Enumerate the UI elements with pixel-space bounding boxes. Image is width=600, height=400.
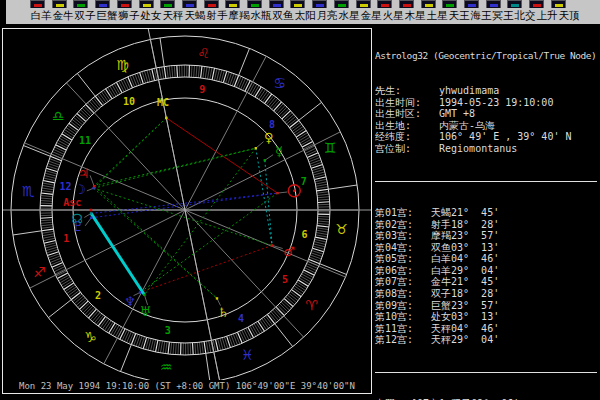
svg-text:♈: ♈: [305, 297, 318, 313]
natal-chart-wheel: 123456789101112♈♉♊♋♌♍♎♏♐♑♒♓☽☿♀♂♃♄♅♆♇☊Asc…: [3, 29, 371, 380]
svg-text:7: 7: [301, 176, 307, 187]
svg-text:11: 11: [79, 135, 91, 146]
toolbar-label-处女[interactable]: 处女: [140, 9, 162, 23]
svg-text:♍: ♍: [116, 57, 129, 73]
house-cusp-row: 第05宫: 白羊04° 46': [375, 253, 598, 265]
svg-text:♐: ♐: [34, 264, 47, 280]
toolbar-icon-双鱼[interactable]: [269, 0, 284, 8]
house-cusp-row: 第10宫: 处女03° 13': [375, 311, 598, 323]
toolbar-label-天王[interactable]: 天王: [448, 9, 470, 23]
天顶-glyph-icon: [555, 4, 563, 7]
toolbar-label-row: 白羊金牛双子巨蟹狮子处女天秤天蝎射手摩羯水瓶双鱼太阳月亮水星金星火星木星土星天王…: [0, 8, 600, 24]
toolbar-icon-天秤[interactable]: [160, 0, 175, 8]
双子-glyph-icon: [77, 4, 85, 7]
house-cusp-row: 第09宫: 巨蟹23° 57': [375, 300, 598, 312]
火星-glyph-icon: [381, 4, 389, 7]
金牛-glyph-icon: [56, 4, 64, 7]
toolbar-label-双鱼[interactable]: 双鱼: [272, 9, 294, 23]
toolbar-label-金星[interactable]: 金星: [360, 9, 382, 23]
toolbar-label-木星[interactable]: 木星: [404, 9, 426, 23]
svg-text:3: 3: [165, 325, 171, 336]
toolbar-label-狮子[interactable]: 狮子: [118, 9, 140, 23]
birth-info-row: 出生地: 内蒙古-乌海: [375, 120, 598, 132]
toolbar-label-北交[interactable]: 北交: [514, 9, 536, 23]
toolbar-label-月亮[interactable]: 月亮: [316, 9, 338, 23]
木星-glyph-icon: [403, 4, 411, 7]
svg-text:☿: ☿: [275, 144, 283, 159]
海王-glyph-icon: [468, 4, 476, 7]
toolbar-label-金牛[interactable]: 金牛: [52, 9, 74, 23]
toolbar-label-水星[interactable]: 水星: [338, 9, 360, 23]
house-cusp-row: 第08宫: 双子18° 28': [375, 288, 598, 300]
svg-text:9: 9: [199, 84, 205, 95]
house-cusp-row: 第07宫: 金牛21° 45': [375, 276, 598, 288]
toolbar-label-天顶[interactable]: 天顶: [558, 9, 580, 23]
太阳-glyph-icon: [294, 4, 302, 7]
toolbar-icon-金牛[interactable]: [52, 0, 67, 8]
toolbar-icon-太阳[interactable]: [290, 0, 305, 8]
house-cusp-row: 第06宫: 白羊29° 04': [375, 265, 598, 277]
astrolog32-window: 白羊金牛双子巨蟹狮子处女天秤天蝎射手摩羯水瓶双鱼太阳月亮水星金星火星木星土星天王…: [0, 0, 600, 400]
svg-text:5: 5: [282, 274, 288, 285]
toolbar-icon-双子[interactable]: [73, 0, 88, 8]
toolbar-icon-火星[interactable]: [377, 0, 392, 8]
toolbar-label-双子[interactable]: 双子: [74, 9, 96, 23]
svg-text:6: 6: [302, 229, 308, 240]
chart-panel: 123456789101112♈♉♊♋♌♍♎♏♐♑♒♓☽☿♀♂♃♄♅♆♇☊Asc…: [2, 28, 372, 394]
house-cusp-row: 第12宫: 天秤29° 04': [375, 334, 598, 346]
toolbar-label-巨蟹[interactable]: 巨蟹: [96, 9, 118, 23]
birth-info-row: 经纬度: 106° 49' E , 39° 40' N: [375, 131, 598, 143]
house-cusp-row: 第03宫: 摩羯23° 57': [375, 230, 598, 242]
svg-text:1: 1: [63, 233, 69, 244]
svg-text:8: 8: [269, 119, 275, 130]
toolbar-label-水瓶[interactable]: 水瓶: [250, 9, 272, 23]
toolbar-label-火星[interactable]: 火星: [382, 9, 404, 23]
toolbar-icon-海王[interactable]: [464, 0, 479, 8]
toolbar-label-白羊[interactable]: 白羊: [30, 9, 52, 23]
双鱼-glyph-icon: [273, 4, 281, 7]
main-area: 123456789101112♈♉♊♋♌♍♎♏♐♑♒♓☽☿♀♂♃♄♅♆♇☊Asc…: [0, 24, 600, 400]
toolbar-label-天蝎[interactable]: 天蝎: [184, 9, 206, 23]
svg-text:♓: ♓: [241, 347, 254, 363]
toolbar-icon-金星[interactable]: [356, 0, 371, 8]
toolbar-icon-处女[interactable]: [139, 0, 154, 8]
toolbar-label-土星[interactable]: 土星: [426, 9, 448, 23]
摩羯-glyph-icon: [229, 4, 237, 7]
toolbar-icon-天蝎[interactable]: [182, 0, 197, 8]
status-text: Mon 23 May 1994 19:10:00 (ST +8:00 GMT) …: [19, 381, 355, 391]
toolbar-icon-白羊[interactable]: [30, 0, 45, 8]
toolbar-icon-天顶[interactable]: [551, 0, 566, 8]
toolbar-label-海王[interactable]: 海王: [470, 9, 492, 23]
toolbar-icon-天王[interactable]: [442, 0, 457, 8]
svg-text:♂: ♂: [283, 244, 295, 259]
toolbar-icon-冥王[interactable]: [486, 0, 501, 8]
toolbar-label-太阳[interactable]: 太阳: [294, 9, 316, 23]
toolbar-label-上升[interactable]: 上升: [536, 9, 558, 23]
toolbar-label-天秤[interactable]: 天秤: [162, 9, 184, 23]
toolbar-label-冥王[interactable]: 冥王: [492, 9, 514, 23]
svg-text:♋: ♋: [273, 75, 286, 91]
toolbar-icon-土星[interactable]: [421, 0, 436, 8]
toolbar-icon-北交[interactable]: [507, 0, 522, 8]
水星-glyph-icon: [338, 4, 346, 7]
toolbar-label-射手[interactable]: 射手: [206, 9, 228, 23]
toolbar-icon-摩羯[interactable]: [225, 0, 240, 8]
svg-text:♀: ♀: [264, 130, 274, 145]
白羊-glyph-icon: [34, 4, 42, 7]
toolbar-label-摩羯[interactable]: 摩羯: [228, 9, 250, 23]
天王-glyph-icon: [446, 4, 454, 7]
svg-text:♌: ♌: [197, 45, 210, 61]
toolbar-icon-水星[interactable]: [334, 0, 349, 8]
射手-glyph-icon: [208, 4, 216, 7]
chart-info-title: Astrolog32 (Geocentric/Tropical/True Nod…: [375, 50, 598, 62]
toolbar-icon-狮子[interactable]: [117, 0, 132, 8]
toolbar-icon-水瓶[interactable]: [247, 0, 262, 8]
status-bar: Mon 23 May 1994 19:10:00 (ST +8:00 GMT) …: [3, 380, 371, 393]
toolbar-icon-上升[interactable]: [529, 0, 544, 8]
天秤-glyph-icon: [164, 4, 172, 7]
toolbar-icon-月亮[interactable]: [312, 0, 327, 8]
toolbar-icon-射手[interactable]: [204, 0, 219, 8]
toolbar-icon-木星[interactable]: [399, 0, 414, 8]
svg-text:♒: ♒: [160, 359, 173, 375]
toolbar-icon-巨蟹[interactable]: [95, 0, 110, 8]
